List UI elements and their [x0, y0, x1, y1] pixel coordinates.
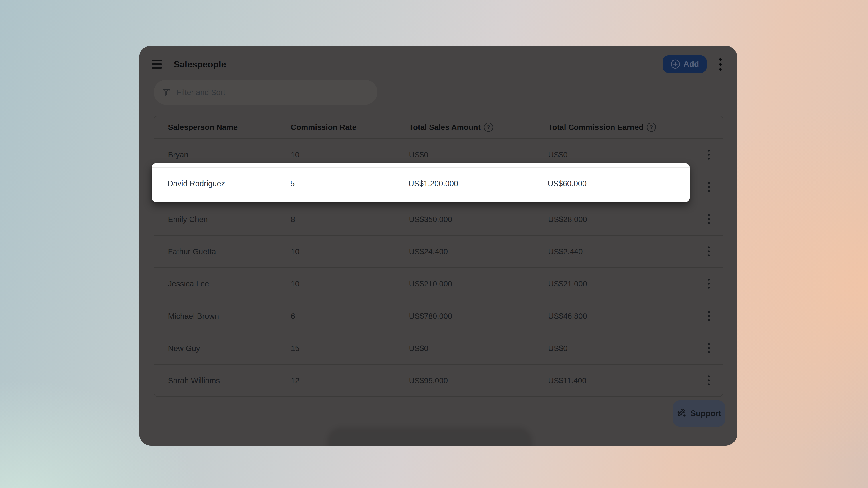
highlighted-row-content: David Rodriguez 5 US$1.200.000 US$60.000	[152, 167, 690, 199]
cell-sales: US$0	[409, 150, 548, 159]
cell-commission: US$0	[548, 150, 695, 159]
app-window: Salespeople Add Salesperson Name Commiss…	[139, 46, 737, 446]
column-header-total-sales-amount: Total Sales Amount ?	[409, 123, 548, 132]
row-menu-button[interactable]	[706, 374, 712, 387]
table-row[interactable]: New Guy 15 US$0 US$0	[154, 332, 723, 364]
cell-commission: US$21.000	[548, 279, 695, 288]
filter-and-sort-field[interactable]	[154, 80, 377, 105]
table-header-row: Salesperson Name Commission Rate Total S…	[154, 116, 723, 139]
cell-name: Emily Chen	[168, 215, 291, 224]
page-title: Salespeople	[174, 59, 226, 69]
cell-sales: US$95.000	[409, 376, 548, 385]
bottom-sheet-shadow	[328, 427, 532, 446]
cell-rate: 12	[291, 376, 409, 385]
filter-input[interactable]	[176, 88, 377, 97]
add-button-label: Add	[684, 59, 699, 69]
add-button[interactable]: Add	[663, 55, 707, 73]
magic-wand-icon	[677, 408, 687, 419]
cell-sales: US$780.000	[409, 312, 548, 321]
row-menu-button[interactable]	[706, 180, 712, 194]
cell-name: Michael Brown	[168, 312, 291, 321]
cell-commission: US$11.400	[548, 376, 695, 385]
column-header-commission-rate: Commission Rate	[291, 123, 409, 132]
table-row[interactable]: Emily Chen 8 US$350.000 US$28.000	[154, 203, 723, 235]
support-button[interactable]: Support	[673, 400, 725, 427]
cell-name: Sarah Williams	[168, 376, 291, 385]
row-menu-button[interactable]	[706, 212, 712, 226]
cell-rate: 5	[290, 179, 408, 188]
cell-rate: 6	[291, 312, 409, 321]
cell-rate: 10	[291, 150, 409, 159]
help-icon[interactable]: ?	[484, 123, 493, 132]
menu-button[interactable]	[152, 60, 162, 69]
table-row[interactable]: Fathur Guetta 10 US$24.400 US$2.440	[154, 235, 723, 267]
cell-commission: US$28.000	[548, 215, 695, 224]
cell-sales: US$1.200.000	[408, 179, 548, 188]
cell-name: Jessica Lee	[168, 279, 291, 288]
cell-name: New Guy	[168, 344, 291, 353]
row-menu-button[interactable]	[706, 309, 712, 323]
cell-commission: US$0	[548, 344, 695, 353]
kebab-icon	[719, 58, 722, 61]
cell-name: Fathur Guetta	[168, 247, 291, 256]
table-row[interactable]: Sarah Williams 12 US$95.000 US$11.400	[154, 364, 723, 396]
salespeople-table: Salesperson Name Commission Rate Total S…	[154, 116, 723, 397]
row-menu-button[interactable]	[706, 245, 712, 258]
cell-rate: 15	[291, 344, 409, 353]
cell-sales: US$350.000	[409, 215, 548, 224]
cell-name: David Rodriguez	[167, 179, 290, 188]
plus-circle-icon	[671, 59, 680, 69]
filter-icon	[162, 88, 171, 97]
cell-sales: US$24.400	[409, 247, 548, 256]
row-menu-button[interactable]	[706, 277, 712, 291]
cell-rate: 10	[291, 279, 409, 288]
table-row[interactable]: Jessica Lee 10 US$210.000 US$21.000	[154, 267, 723, 300]
help-icon[interactable]: ?	[647, 123, 656, 132]
cell-commission: US$46.800	[548, 312, 695, 321]
cell-commission: US$2.440	[548, 247, 695, 256]
cell-sales: US$210.000	[409, 279, 548, 288]
column-header-total-commission-earned: Total Commission Earned ?	[548, 123, 695, 132]
support-button-label: Support	[690, 409, 721, 418]
cell-rate: 10	[291, 247, 409, 256]
table-row[interactable]: Michael Brown 6 US$780.000 US$46.800	[154, 300, 723, 332]
column-header-salesperson-name: Salesperson Name	[168, 123, 291, 132]
highlighted-row[interactable]: David Rodriguez 5 US$1.200.000 US$60.000	[152, 163, 690, 202]
cell-name: Bryan	[168, 150, 291, 159]
cell-sales: US$0	[409, 344, 548, 353]
cell-commission: US$60.000	[548, 179, 690, 188]
cell-rate: 8	[291, 215, 409, 224]
row-menu-button[interactable]	[706, 341, 712, 355]
hamburger-icon	[152, 60, 162, 61]
overflow-menu-button[interactable]	[714, 57, 727, 72]
row-menu-button[interactable]	[706, 148, 712, 161]
